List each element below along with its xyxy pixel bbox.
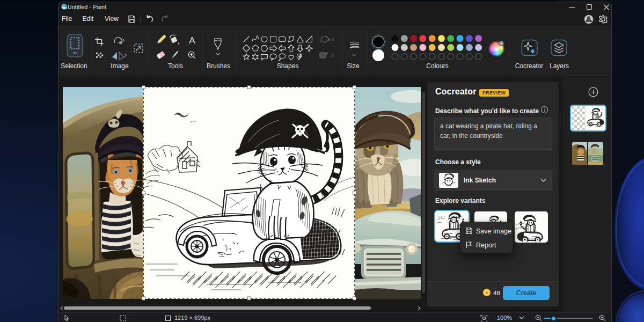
svg-text:A: A (189, 35, 195, 46)
